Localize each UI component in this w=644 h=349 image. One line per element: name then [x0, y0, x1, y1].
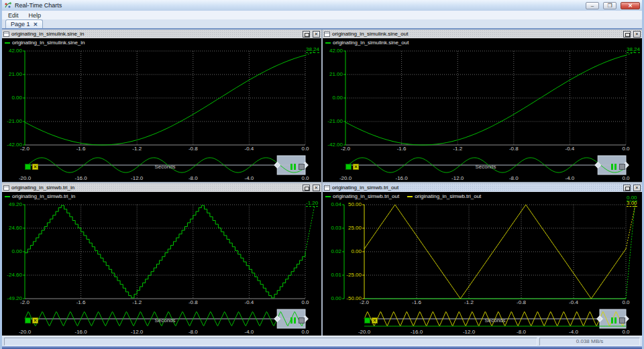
y-tick-label: 42.00 [323, 48, 343, 54]
overview-tick-label: 0.0 [301, 330, 309, 335]
chart-area[interactable]: originating_in_simwb.tri_in Seconds ✕ 49… [2, 192, 321, 336]
overview-tick-label: -12.0 [131, 176, 143, 181]
titlebar[interactable]: Real-Time Charts – ❐ ✕ [2, 0, 642, 11]
close-icon[interactable]: ✕ [633, 185, 641, 191]
clear-button[interactable]: ✕ [372, 317, 378, 323]
close-button[interactable]: ✕ [621, 2, 640, 9]
tab-page-1[interactable]: Page 1 ✕ [5, 19, 43, 28]
current-value-label: 38.24 [306, 47, 319, 53]
series-color-dash [5, 196, 10, 197]
clear-button[interactable]: ✕ [32, 164, 38, 170]
stop-button[interactable] [619, 317, 625, 323]
pause-button[interactable] [611, 317, 616, 323]
y-tick-label: -50.00 [323, 296, 362, 301]
chart-svg[interactable] [323, 38, 642, 182]
window-icon [324, 185, 330, 191]
pause-button[interactable] [611, 164, 616, 170]
x-tick-label: -0.8 [509, 146, 519, 152]
stop-button[interactable] [299, 164, 305, 170]
pause-button[interactable] [290, 317, 296, 323]
chart-window-tri-in: originating_in_simwb.tri_in ✕ originatin… [2, 183, 321, 336]
overview-tick-label: -20.0 [19, 176, 31, 181]
current-value-label: 3.00 [627, 201, 637, 207]
close-icon[interactable]: ✕ [633, 31, 641, 38]
panel-titlebar[interactable]: originating_in_simulink.sine_out ✕ [323, 30, 642, 38]
menu-edit[interactable]: Edit [8, 11, 19, 19]
maximize-icon[interactable] [623, 185, 631, 191]
chart-svg[interactable] [323, 192, 642, 336]
overview-tick-label: -16.0 [395, 176, 407, 181]
overview-tick-label: -8.0 [189, 330, 198, 335]
clear-button[interactable]: ✕ [32, 317, 38, 323]
x-tick-label: 0.0 [622, 146, 629, 152]
overview-tick-label: -8.0 [517, 330, 526, 335]
maximize-button[interactable]: ❐ [603, 2, 616, 9]
pause-button[interactable] [290, 164, 296, 170]
legend: originating_in_simulink.sine_in [5, 40, 85, 46]
y-tick-label: -21.00 [323, 119, 343, 124]
chart-controls-left: ✕ [25, 164, 38, 170]
chart-controls-left: ✕ [364, 317, 378, 323]
run-button[interactable] [345, 164, 352, 170]
stop-button[interactable] [299, 317, 305, 323]
y-tick-label: 0.00 [2, 249, 22, 254]
legend-label: originating_in_simwb.tri_out [415, 193, 481, 199]
y-tick-label: 25.00 [323, 226, 362, 231]
overview-tick-label: -12.0 [131, 330, 143, 335]
stop-button[interactable] [619, 164, 625, 170]
overview-tick-label: -8.0 [509, 176, 519, 181]
app-icon [4, 1, 12, 9]
y-tick-label: 50.00 [323, 202, 362, 207]
chart-grid: originating_in_simulink.sine_in ✕ origin… [2, 30, 642, 336]
status-left-cell [4, 338, 537, 346]
overview-tick-label: -4.0 [244, 330, 254, 335]
legend-label: originating_in_simulink.sine_in [12, 40, 85, 46]
y-tick-label: -42.00 [323, 142, 343, 148]
y-tick-label: -24.60 [2, 272, 22, 278]
chart-controls-right [290, 164, 305, 170]
chart-area[interactable]: originating_in_simulink.sine_in Seconds … [2, 38, 321, 182]
run-button[interactable] [364, 317, 370, 323]
x-tick-label: -1.2 [132, 146, 142, 152]
chart-area[interactable]: originating_in_simwb.tri_out originating… [323, 192, 642, 336]
panel-titlebar[interactable]: originating_in_simwb.tri_in ✕ [2, 183, 321, 192]
panel-titlebar[interactable]: originating_in_simulink.sine_in ✕ [2, 30, 321, 38]
panel-title: originating_in_simwb.tri_out [332, 185, 621, 191]
x-axis-title: Seconds [154, 318, 175, 323]
data-rate-value: 0.038 MB/s [539, 338, 640, 346]
overview-tick-label: -4.0 [244, 176, 254, 181]
chart-svg[interactable] [2, 192, 321, 336]
y-tick-label: 21.00 [323, 72, 343, 77]
x-tick-label: -1.2 [132, 300, 142, 305]
panel-titlebar[interactable]: originating_in_simwb.tri_out ✕ [323, 183, 642, 192]
panel-title: originating_in_simulink.sine_out [332, 31, 621, 37]
tab-close-icon[interactable]: ✕ [34, 21, 38, 28]
legend-item: originating_in_simwb.tri_in [5, 193, 75, 199]
minimize-button[interactable]: – [586, 2, 599, 9]
chart-area[interactable]: originating_in_simulink.sine_out Seconds… [323, 38, 642, 182]
window-icon [3, 32, 9, 37]
run-button[interactable] [25, 164, 31, 170]
run-button[interactable] [25, 317, 31, 323]
overview-tick-label: 0.0 [622, 176, 629, 181]
current-value-label: 38.24 [627, 47, 640, 53]
x-tick-label: 0.0 [622, 300, 629, 305]
x-tick-label: -0.4 [244, 300, 254, 305]
overview-tick-label: -12.0 [451, 176, 464, 181]
y-tick-label: -49.20 [2, 296, 22, 301]
maximize-icon[interactable] [303, 185, 310, 191]
panel-title: originating_in_simwb.tri_in [11, 185, 300, 191]
menu-help[interactable]: Help [29, 11, 42, 19]
x-tick-label: -1.2 [464, 300, 474, 305]
close-icon[interactable]: ✕ [313, 31, 320, 38]
maximize-icon[interactable] [303, 31, 310, 38]
window-icon [3, 185, 9, 191]
chart-svg[interactable] [2, 38, 321, 182]
window-icon [324, 32, 330, 37]
close-icon[interactable]: ✕ [313, 185, 320, 191]
clear-button[interactable]: ✕ [353, 164, 359, 170]
maximize-icon[interactable] [623, 31, 631, 38]
y-tick-label: 0.00 [323, 249, 362, 254]
series-color-dash [407, 196, 413, 197]
tab-bar: Page 1 ✕ [2, 19, 642, 30]
